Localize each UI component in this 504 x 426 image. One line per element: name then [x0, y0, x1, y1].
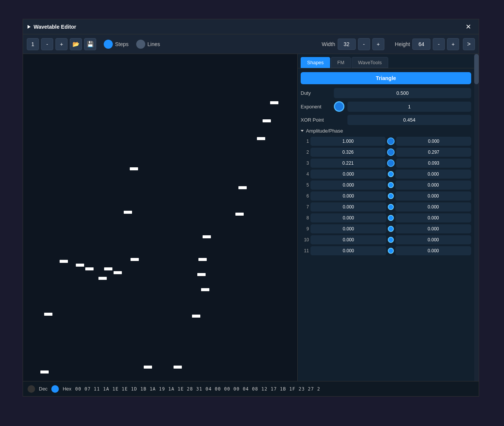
amp-row-number: 11	[301, 248, 309, 253]
save-button[interactable]: 💾	[84, 38, 96, 50]
phase-input[interactable]	[395, 181, 471, 190]
next-button[interactable]: >	[463, 38, 475, 50]
scrollbar[interactable]	[474, 54, 479, 381]
amp-phase-row: 5	[301, 181, 471, 190]
amplitude-input[interactable]	[310, 148, 386, 157]
phase-input[interactable]	[396, 137, 471, 146]
wave-display[interactable]	[23, 54, 297, 381]
width-minus-button[interactable]: -	[358, 38, 370, 50]
wave-step[interactable]	[144, 366, 152, 369]
open-folder-button[interactable]: 📂	[70, 38, 82, 50]
dec-label: Dec	[39, 386, 48, 392]
amplitude-knob[interactable]	[387, 148, 395, 156]
wave-step[interactable]	[198, 258, 207, 261]
phase-input[interactable]	[395, 191, 471, 201]
amplitude-knob[interactable]	[387, 137, 395, 145]
wave-step[interactable]	[235, 213, 244, 216]
exponent-value[interactable]	[347, 102, 471, 112]
amplitude-input[interactable]	[310, 213, 386, 222]
phase-input[interactable]	[395, 213, 471, 222]
wave-step[interactable]	[263, 119, 271, 122]
amplitude-input[interactable]	[310, 159, 386, 168]
preset-plus-button[interactable]: +	[55, 38, 68, 50]
save-icon: 💾	[87, 41, 94, 48]
amplitude-knob[interactable]	[388, 237, 394, 243]
wave-step[interactable]	[114, 271, 122, 274]
phase-input[interactable]	[395, 202, 471, 211]
phase-input[interactable]	[395, 246, 471, 255]
lines-toggle[interactable]	[136, 40, 145, 49]
duty-value[interactable]	[334, 88, 471, 98]
phase-input[interactable]	[396, 159, 471, 168]
amplitude-input[interactable]	[310, 202, 386, 211]
wave-step[interactable]	[98, 277, 107, 280]
amplitude-input[interactable]	[310, 137, 386, 146]
width-plus-button[interactable]: +	[372, 38, 384, 50]
dec-indicator[interactable]	[28, 385, 35, 393]
amplitude-input[interactable]	[310, 224, 386, 233]
wave-step[interactable]	[44, 313, 52, 316]
section-collapse-icon[interactable]	[301, 130, 304, 132]
wave-step[interactable]	[40, 370, 49, 374]
amplitude-input[interactable]	[310, 235, 386, 244]
close-button[interactable]: ✕	[463, 21, 474, 32]
wave-step[interactable]	[85, 267, 94, 270]
tab-wavetools[interactable]: WaveTools	[352, 57, 388, 68]
wave-step[interactable]	[104, 267, 112, 270]
wave-step[interactable]	[192, 315, 200, 318]
amp-phase-row: 1	[301, 137, 471, 146]
wave-step[interactable]	[124, 211, 132, 214]
height-minus-button[interactable]: -	[433, 38, 445, 50]
wave-step[interactable]	[174, 366, 182, 369]
triangle-shape-button[interactable]: Triangle	[301, 72, 471, 84]
wave-step[interactable]	[76, 264, 84, 267]
duty-label: Duty	[301, 90, 331, 96]
amplitude-knob[interactable]	[388, 248, 394, 254]
phase-input[interactable]	[395, 224, 471, 233]
wave-step[interactable]	[201, 288, 209, 291]
amp-phase-row: 2	[301, 148, 471, 157]
phase-input[interactable]	[395, 170, 471, 179]
phase-input[interactable]	[396, 148, 471, 157]
amp-phase-row: 4	[301, 170, 471, 179]
tab-fm[interactable]: FM	[331, 57, 351, 68]
xor-value[interactable]	[347, 115, 471, 125]
tab-shapes[interactable]: Shapes	[301, 57, 330, 68]
amplitude-input[interactable]	[310, 191, 386, 201]
amplitude-knob[interactable]	[388, 204, 394, 210]
amp-row-number: 2	[301, 150, 309, 155]
steps-toggle[interactable]	[104, 40, 113, 49]
amp-phase-row: 7	[301, 202, 471, 211]
amplitude-input[interactable]	[310, 246, 386, 255]
amplitude-knob[interactable]	[388, 226, 394, 232]
wave-step[interactable]	[257, 137, 265, 140]
exponent-slider[interactable]	[334, 101, 344, 112]
preset-minus-button[interactable]: -	[41, 38, 53, 50]
scrollbar-thumb[interactable]	[474, 54, 479, 84]
amplitude-input[interactable]	[310, 170, 386, 179]
amplitude-knob[interactable]	[387, 159, 395, 167]
amplitude-knob[interactable]	[388, 193, 394, 199]
amp-row-number: 9	[301, 226, 309, 232]
width-input[interactable]	[338, 39, 356, 50]
preset-number[interactable]: 1	[27, 38, 39, 50]
hex-indicator[interactable]	[51, 385, 59, 393]
amplitude-knob[interactable]	[388, 215, 394, 221]
wave-step[interactable]	[197, 273, 206, 276]
amp-phase-row: 10	[301, 235, 471, 244]
amplitude-knob[interactable]	[388, 171, 394, 177]
wave-step[interactable]	[60, 260, 68, 263]
amplitude-knob[interactable]	[388, 182, 394, 188]
phase-input[interactable]	[395, 235, 471, 244]
amplitude-input[interactable]	[310, 181, 386, 190]
wave-step[interactable]	[203, 235, 211, 238]
xor-row: XOR Point	[301, 115, 471, 125]
wave-step[interactable]	[130, 167, 138, 170]
height-input[interactable]	[412, 39, 430, 50]
wave-canvas-area[interactable]	[23, 54, 298, 381]
collapse-icon[interactable]	[28, 25, 31, 29]
wave-step[interactable]	[270, 101, 278, 104]
wave-step[interactable]	[131, 258, 139, 261]
height-plus-button[interactable]: +	[447, 38, 459, 50]
wave-step[interactable]	[238, 186, 247, 189]
